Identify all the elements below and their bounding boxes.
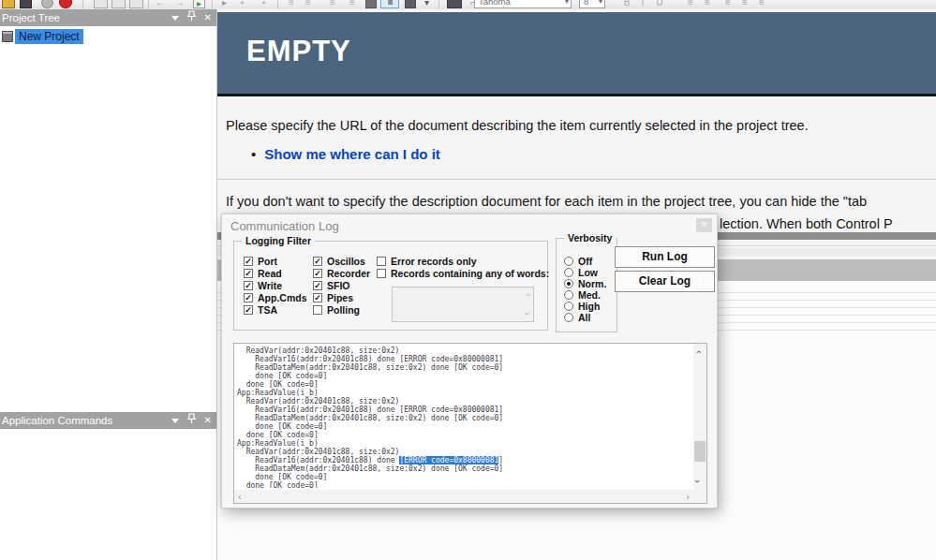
align-left-icon[interactable]: ≡ [721,0,735,8]
record-icon[interactable] [41,0,53,8]
checkbox-port[interactable]: ✓Port [244,255,307,267]
checkbox-box[interactable]: ✓ [244,269,253,278]
window-layout-icon-3[interactable] [129,0,143,8]
align-center-icon[interactable]: ≡ [738,0,751,8]
checkbox-box[interactable]: ✓ [244,293,253,302]
checkbox-app-cmds[interactable]: ✓App.Cmds [244,291,307,303]
radio-button[interactable] [564,290,573,300]
chevron-down-icon[interactable] [171,16,179,24]
checkbox-box[interactable]: ✓ [313,269,322,278]
checkbox-box[interactable]: ✓ [313,293,322,302]
words-filter-input[interactable]: › › [392,287,534,322]
chevron-down-icon[interactable]: ▾ [599,0,602,6]
grid-view-icon[interactable] [365,0,377,8]
checkbox-box[interactable] [313,305,322,315]
radio-button[interactable] [564,268,573,277]
underline-button[interactable]: U [654,0,665,8]
close-icon[interactable]: ✕ [204,412,212,429]
radio-button[interactable] [564,257,573,266]
close-icon[interactable]: ✕ [696,218,712,232]
pointer-icon[interactable]: ▸ [218,0,230,8]
scroll-up-icon[interactable]: › [523,293,532,297]
radio-off[interactable]: Off [564,256,606,267]
checkbox-read[interactable]: ✓Read [244,267,307,279]
checkbox-records-containing-any-of-words[interactable]: Records containing any of words: [377,267,549,279]
signal-tool-icon-3[interactable]: ≡ [326,0,339,8]
window-layout-icon-2[interactable] [111,0,126,8]
select-tool-icon[interactable]: ▪ [236,0,248,8]
toolbar-separator [82,0,83,8]
checkbox-oscillos[interactable]: ✓Oscillos [313,255,370,267]
checkbox-box[interactable] [377,269,386,278]
italic-button[interactable]: I [638,0,647,8]
font-size-combobox[interactable]: 8 ▾ [579,0,605,8]
verbosity-options: OffLowNorm.Med.HighAll [564,256,606,323]
checkbox-box[interactable]: ✓ [244,257,253,266]
run-log-button[interactable]: Run Log [615,246,715,268]
log-text[interactable]: ReadVar(addr:0x20401c88, size:0x2) ReadV… [237,346,691,488]
font-combobox[interactable]: Tahoma ▾ [474,0,572,8]
signal-tool-icon-2[interactable]: ≡ [302,0,315,8]
show-me-link[interactable]: Show me where can I do it [264,146,440,162]
window-layout-icon-1[interactable] [94,0,108,8]
bold-button[interactable]: B [621,0,632,8]
help-link-row: •Show me where can I do it [251,146,440,162]
radio-all[interactable]: All [564,312,606,323]
view-dropdown-caret[interactable]: ▾ [422,0,432,8]
checkbox-write[interactable]: ✓Write [244,279,307,291]
bullet-list-icon[interactable]: ≡ [684,0,697,8]
pin-icon[interactable] [187,412,196,429]
forward-icon[interactable]: → [172,0,186,8]
clear-log-button[interactable]: Clear Log [615,271,715,292]
radio-button[interactable] [564,313,573,322]
horizontal-scrollbar[interactable]: ‹ › [234,490,693,503]
radio-med[interactable]: Med. [564,289,606,301]
chevron-down-icon[interactable]: ▾ [565,0,569,6]
number-list-icon[interactable]: ≡ [701,0,714,8]
zoom-tool-icon[interactable]: ▪ [258,0,270,8]
align-right-icon[interactable]: ≡ [755,0,768,8]
checkbox-tsa[interactable]: ✓TSA [244,303,307,316]
checkbox-sfio[interactable]: ✓SFIO [313,279,370,291]
checkbox-pipes[interactable]: ✓Pipes [313,291,370,303]
checkbox-box[interactable]: ✓ [313,257,322,266]
open-icon[interactable] [2,0,15,8]
log-line: ReadVar16(addr:0x20401c88) done [ERROR c… [237,355,691,363]
log-output-area[interactable]: ReadVar(addr:0x20401c88, size:0x2) ReadV… [233,343,707,504]
checkbox-box[interactable]: ✓ [244,281,253,290]
oscilloscope-view-button[interactable]: ‖‖ [380,0,399,8]
tree-item-new-project[interactable]: New Project [2,29,215,44]
radio-button[interactable] [564,302,573,311]
back-icon[interactable]: ← [153,0,167,8]
scroll-up-icon[interactable]: › [693,350,703,354]
close-icon[interactable]: ✕ [204,9,212,26]
chart-view-icon[interactable] [405,0,416,8]
checkbox-recorder[interactable]: ✓Recorder [313,267,370,279]
log-line: done [OK code=0] [237,481,691,488]
scroll-left-icon[interactable]: ‹ [238,491,242,503]
checkbox-error-records-only[interactable]: Error records only [377,255,549,267]
scroll-down-icon[interactable]: › [693,479,703,483]
radio-norm[interactable]: Norm. [564,278,606,289]
stop-icon[interactable] [59,0,72,8]
checkbox-box[interactable]: ✓ [313,281,322,290]
scroll-right-icon[interactable]: › [686,491,690,503]
signal-tool-icon-1[interactable]: ≡ [285,0,298,8]
logging-filter-label: Logging Filter [242,235,315,246]
signal-tool-icon-4[interactable]: ≡ [346,0,359,8]
scroll-down-icon[interactable]: › [523,312,532,316]
checkbox-polling[interactable]: Polling [313,303,370,316]
pin-icon[interactable] [187,9,196,26]
run-export-icon[interactable]: ▸ [193,0,205,8]
radio-high[interactable]: High [564,301,606,312]
vertical-scrollbar[interactable]: › › [693,344,706,490]
checkbox-box[interactable] [377,257,386,266]
save-icon[interactable] [20,0,32,8]
monitor-icon[interactable] [447,0,462,8]
chevron-down-icon[interactable] [171,419,179,427]
radio-low[interactable]: Low [564,267,606,278]
radio-button[interactable] [564,279,573,288]
tree-item-label[interactable]: New Project [15,29,83,44]
scrollbar-thumb[interactable] [694,441,706,462]
checkbox-box[interactable]: ✓ [244,305,253,315]
